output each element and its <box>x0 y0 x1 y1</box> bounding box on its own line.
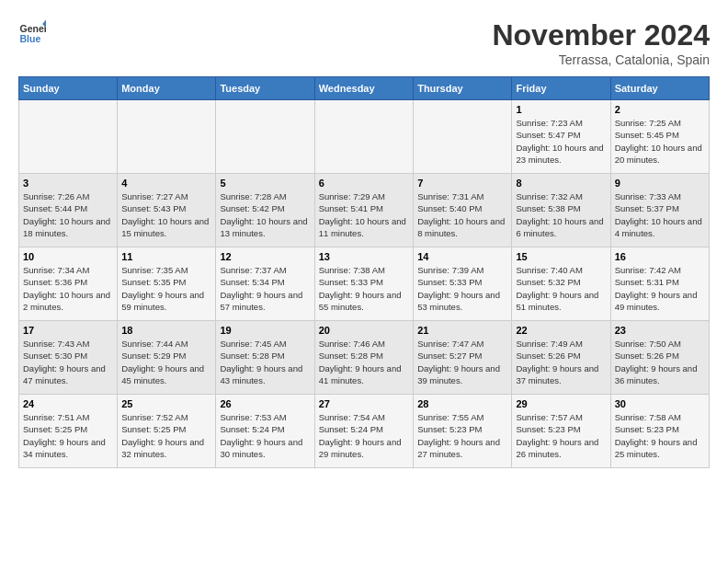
day-content: Sunrise: 7:26 AM Sunset: 5:44 PM Dayligh… <box>23 190 113 239</box>
calendar-cell: 9Sunrise: 7:33 AM Sunset: 5:37 PM Daylig… <box>610 174 709 247</box>
calendar-cell: 6Sunrise: 7:29 AM Sunset: 5:41 PM Daylig… <box>314 174 413 247</box>
day-number: 3 <box>23 178 113 189</box>
calendar-cell: 28Sunrise: 7:55 AM Sunset: 5:23 PM Dayli… <box>414 395 512 468</box>
day-content: Sunrise: 7:38 AM Sunset: 5:33 PM Dayligh… <box>319 264 409 313</box>
calendar-cell <box>414 100 512 174</box>
day-number: 7 <box>417 178 507 189</box>
weekday-header-cell: Friday <box>512 77 610 100</box>
calendar-cell: 22Sunrise: 7:49 AM Sunset: 5:26 PM Dayli… <box>512 321 610 395</box>
day-content: Sunrise: 7:42 AM Sunset: 5:31 PM Dayligh… <box>615 264 705 313</box>
day-number: 26 <box>220 398 310 409</box>
logo: General Blue <box>18 18 46 46</box>
day-content: Sunrise: 7:46 AM Sunset: 5:28 PM Dayligh… <box>319 338 409 386</box>
day-content: Sunrise: 7:43 AM Sunset: 5:30 PM Dayligh… <box>23 338 113 386</box>
day-number: 25 <box>121 398 211 409</box>
calendar-table: SundayMondayTuesdayWednesdayThursdayFrid… <box>18 76 710 468</box>
calendar-cell: 19Sunrise: 7:45 AM Sunset: 5:28 PM Dayli… <box>216 321 314 395</box>
day-number: 24 <box>23 398 113 409</box>
day-number: 18 <box>121 325 211 336</box>
calendar-cell: 16Sunrise: 7:42 AM Sunset: 5:31 PM Dayli… <box>610 247 709 321</box>
day-number: 22 <box>516 325 606 336</box>
day-content: Sunrise: 7:55 AM Sunset: 5:23 PM Dayligh… <box>417 411 507 460</box>
location: Terrassa, Catalonia, Spain <box>492 52 710 67</box>
calendar-row: 24Sunrise: 7:51 AM Sunset: 5:25 PM Dayli… <box>19 395 710 468</box>
calendar-cell: 29Sunrise: 7:57 AM Sunset: 5:23 PM Dayli… <box>512 395 610 468</box>
calendar-body: 1Sunrise: 7:23 AM Sunset: 5:47 PM Daylig… <box>19 100 710 468</box>
day-number: 4 <box>121 178 211 189</box>
day-content: Sunrise: 7:27 AM Sunset: 5:43 PM Dayligh… <box>121 190 211 239</box>
day-content: Sunrise: 7:39 AM Sunset: 5:33 PM Dayligh… <box>417 264 507 313</box>
day-number: 23 <box>615 325 705 336</box>
day-number: 15 <box>516 251 606 262</box>
month-title: November 2024 <box>492 18 710 52</box>
weekday-header-cell: Saturday <box>610 77 709 100</box>
calendar-cell: 15Sunrise: 7:40 AM Sunset: 5:32 PM Dayli… <box>512 247 610 321</box>
calendar-cell: 10Sunrise: 7:34 AM Sunset: 5:36 PM Dayli… <box>19 247 118 321</box>
calendar-row: 10Sunrise: 7:34 AM Sunset: 5:36 PM Dayli… <box>19 247 710 321</box>
day-content: Sunrise: 7:25 AM Sunset: 5:45 PM Dayligh… <box>615 117 705 166</box>
calendar-cell <box>216 100 314 174</box>
day-content: Sunrise: 7:35 AM Sunset: 5:35 PM Dayligh… <box>121 264 211 313</box>
day-number: 12 <box>220 251 310 262</box>
calendar-cell: 5Sunrise: 7:28 AM Sunset: 5:42 PM Daylig… <box>216 174 314 247</box>
calendar-cell: 14Sunrise: 7:39 AM Sunset: 5:33 PM Dayli… <box>414 247 512 321</box>
calendar-cell: 17Sunrise: 7:43 AM Sunset: 5:30 PM Dayli… <box>19 321 118 395</box>
header: General Blue November 2024 Terrassa, Cat… <box>18 18 710 67</box>
weekday-header: SundayMondayTuesdayWednesdayThursdayFrid… <box>19 77 710 100</box>
day-number: 28 <box>417 398 507 409</box>
calendar-cell: 25Sunrise: 7:52 AM Sunset: 5:25 PM Dayli… <box>118 395 216 468</box>
day-number: 27 <box>319 398 409 409</box>
day-number: 30 <box>615 398 705 409</box>
day-number: 11 <box>121 251 211 262</box>
calendar-cell: 2Sunrise: 7:25 AM Sunset: 5:45 PM Daylig… <box>610 100 709 174</box>
day-content: Sunrise: 7:33 AM Sunset: 5:37 PM Dayligh… <box>615 190 705 239</box>
day-content: Sunrise: 7:28 AM Sunset: 5:42 PM Dayligh… <box>220 190 310 239</box>
day-number: 16 <box>615 251 705 262</box>
calendar-row: 1Sunrise: 7:23 AM Sunset: 5:47 PM Daylig… <box>19 100 710 174</box>
calendar-cell: 26Sunrise: 7:53 AM Sunset: 5:24 PM Dayli… <box>216 395 314 468</box>
weekday-header-cell: Thursday <box>414 77 512 100</box>
day-content: Sunrise: 7:40 AM Sunset: 5:32 PM Dayligh… <box>516 264 606 313</box>
calendar-cell: 3Sunrise: 7:26 AM Sunset: 5:44 PM Daylig… <box>19 174 118 247</box>
day-content: Sunrise: 7:49 AM Sunset: 5:26 PM Dayligh… <box>516 338 606 386</box>
calendar-cell: 18Sunrise: 7:44 AM Sunset: 5:29 PM Dayli… <box>118 321 216 395</box>
day-content: Sunrise: 7:29 AM Sunset: 5:41 PM Dayligh… <box>319 190 409 239</box>
calendar-cell: 4Sunrise: 7:27 AM Sunset: 5:43 PM Daylig… <box>118 174 216 247</box>
calendar-cell <box>19 100 118 174</box>
day-number: 1 <box>516 104 606 115</box>
day-number: 9 <box>615 178 705 189</box>
calendar-cell: 27Sunrise: 7:54 AM Sunset: 5:24 PM Dayli… <box>314 395 413 468</box>
calendar-cell: 13Sunrise: 7:38 AM Sunset: 5:33 PM Dayli… <box>314 247 413 321</box>
logo-icon: General Blue <box>18 18 46 46</box>
calendar-cell <box>118 100 216 174</box>
day-content: Sunrise: 7:52 AM Sunset: 5:25 PM Dayligh… <box>121 411 211 460</box>
day-number: 6 <box>319 178 409 189</box>
calendar-cell: 24Sunrise: 7:51 AM Sunset: 5:25 PM Dayli… <box>19 395 118 468</box>
svg-text:Blue: Blue <box>20 33 41 44</box>
calendar-row: 17Sunrise: 7:43 AM Sunset: 5:30 PM Dayli… <box>19 321 710 395</box>
weekday-header-cell: Tuesday <box>216 77 314 100</box>
day-number: 21 <box>417 325 507 336</box>
weekday-header-cell: Monday <box>118 77 216 100</box>
day-content: Sunrise: 7:32 AM Sunset: 5:38 PM Dayligh… <box>516 190 606 239</box>
day-number: 19 <box>220 325 310 336</box>
day-content: Sunrise: 7:53 AM Sunset: 5:24 PM Dayligh… <box>220 411 310 460</box>
calendar-cell: 8Sunrise: 7:32 AM Sunset: 5:38 PM Daylig… <box>512 174 610 247</box>
day-content: Sunrise: 7:57 AM Sunset: 5:23 PM Dayligh… <box>516 411 606 460</box>
day-content: Sunrise: 7:54 AM Sunset: 5:24 PM Dayligh… <box>319 411 409 460</box>
calendar-cell: 20Sunrise: 7:46 AM Sunset: 5:28 PM Dayli… <box>314 321 413 395</box>
day-content: Sunrise: 7:50 AM Sunset: 5:26 PM Dayligh… <box>615 338 705 386</box>
day-number: 8 <box>516 178 606 189</box>
day-content: Sunrise: 7:58 AM Sunset: 5:23 PM Dayligh… <box>615 411 705 460</box>
calendar-cell: 7Sunrise: 7:31 AM Sunset: 5:40 PM Daylig… <box>414 174 512 247</box>
calendar-cell <box>314 100 413 174</box>
weekday-header-cell: Wednesday <box>314 77 413 100</box>
day-number: 2 <box>615 104 705 115</box>
day-number: 20 <box>319 325 409 336</box>
calendar-row: 3Sunrise: 7:26 AM Sunset: 5:44 PM Daylig… <box>19 174 710 247</box>
day-content: Sunrise: 7:45 AM Sunset: 5:28 PM Dayligh… <box>220 338 310 386</box>
day-number: 29 <box>516 398 606 409</box>
title-area: November 2024 Terrassa, Catalonia, Spain <box>492 18 710 67</box>
calendar-cell: 11Sunrise: 7:35 AM Sunset: 5:35 PM Dayli… <box>118 247 216 321</box>
calendar-cell: 1Sunrise: 7:23 AM Sunset: 5:47 PM Daylig… <box>512 100 610 174</box>
